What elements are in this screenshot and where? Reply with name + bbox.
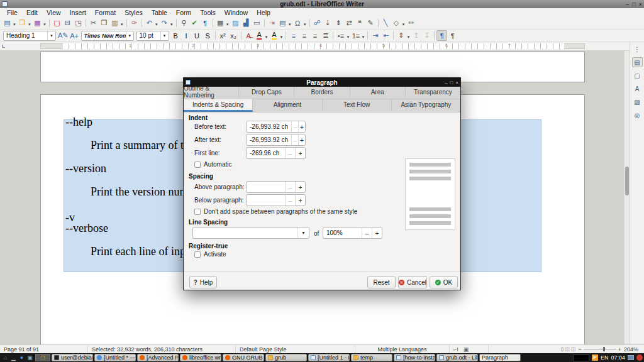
power-icon[interactable] [636, 354, 643, 361]
insert-table-icon[interactable]: ▦ [215, 18, 226, 28]
decrement-icon[interactable]: – [291, 121, 298, 132]
menu-item[interactable]: Format [91, 9, 120, 16]
dropdown-arrow-icon[interactable]: ▼ [361, 35, 365, 39]
menu-item[interactable]: File [3, 9, 22, 16]
ltr-icon[interactable]: ¶ [436, 30, 447, 41]
menu-item[interactable]: Help [252, 9, 275, 16]
menu-item[interactable]: Table [147, 9, 172, 16]
dialog-tab[interactable]: Borders [294, 87, 350, 99]
below-paragraph-spinbox[interactable]: – + [246, 194, 306, 206]
page-break-icon[interactable]: ⇥ [267, 18, 277, 28]
chevron-down-icon[interactable]: ▼ [126, 31, 133, 40]
insert-field-icon[interactable]: ▤ [277, 18, 288, 28]
menu-item[interactable]: View [42, 9, 65, 16]
keyboard-layout-indicator[interactable]: EN [601, 354, 609, 361]
clear-formatting-icon[interactable]: A̶ [243, 30, 254, 41]
sidebar-menu-icon[interactable]: ⋮ [632, 44, 643, 54]
new-document-icon[interactable]: ▤ [2, 18, 13, 28]
increment-icon[interactable]: + [298, 121, 305, 132]
dialog-tab[interactable]: Text Flow [323, 99, 392, 112]
automatic-checkbox[interactable]: Automatic [194, 161, 231, 168]
menu-item[interactable]: Window [220, 9, 252, 16]
bullets-icon[interactable]: •≡ [335, 30, 346, 41]
reset-button[interactable]: Reset [367, 276, 396, 288]
zoom-out-icon[interactable]: − [578, 346, 581, 353]
checkbox-box[interactable] [194, 251, 201, 258]
dropdown-arrow-icon[interactable]: ▼ [13, 23, 16, 26]
decrement-icon[interactable]: – [285, 195, 295, 206]
underline-icon[interactable]: U [192, 30, 203, 41]
dialog-tab[interactable]: Outline & Numbering [184, 87, 239, 99]
hyperlink-icon[interactable]: ☍ [312, 18, 323, 28]
single-page-view-icon[interactable]: ▯ [561, 346, 564, 352]
dialog-maximize-icon[interactable]: □ [450, 80, 453, 85]
zoom-in-icon[interactable]: + [618, 346, 621, 353]
font-color-icon[interactable]: A [254, 30, 265, 41]
new-style-icon[interactable]: A+ [69, 30, 80, 41]
paragraph-style-combo[interactable]: Heading 1 ▼ [3, 31, 56, 41]
copy-icon[interactable]: ❐ [99, 18, 109, 28]
dialog-tab[interactable]: Alignment [253, 99, 322, 112]
dropdown-arrow-icon[interactable]: ▼ [28, 23, 31, 26]
redo-icon[interactable]: ↷ [159, 18, 170, 28]
tab-stop-selector-icon[interactable]: L [2, 43, 5, 49]
insert-textbox-icon[interactable]: ▭ [252, 18, 262, 28]
strikethrough-icon[interactable]: S [203, 30, 213, 41]
cpu-monitor[interactable] [573, 354, 589, 361]
page-number-status[interactable]: Page 91 of 91 [0, 345, 88, 353]
highlight-color-icon[interactable]: A [269, 30, 280, 41]
navigator-icon[interactable]: ◎ [632, 110, 643, 120]
dialog-tab[interactable]: Asian Typography [392, 99, 460, 112]
dialog-tab[interactable]: Area [350, 87, 406, 99]
subscript-icon[interactable]: x₂ [228, 30, 239, 41]
insert-image-icon[interactable]: ▨ [230, 18, 241, 28]
dialog-tab[interactable]: Indents & Spacing [184, 99, 253, 112]
dropdown-arrow-icon[interactable]: ▼ [280, 35, 284, 39]
basic-shapes-icon[interactable]: ◇ [391, 18, 402, 28]
menu-item[interactable]: Styles [120, 9, 147, 16]
before-text-spinbox[interactable]: -26,993.92 ch – + [246, 121, 306, 133]
rtl-icon[interactable]: ¶ [447, 30, 458, 41]
book-view-icon[interactable]: ◫ [571, 346, 576, 352]
language-status[interactable]: Multiple Languages [355, 345, 450, 353]
scrollbar-thumb[interactable] [625, 167, 629, 195]
decrement-icon[interactable]: – [291, 134, 298, 145]
dropdown-arrow-icon[interactable]: ▼ [120, 23, 124, 26]
dropdown-arrow-icon[interactable]: ▼ [303, 23, 307, 26]
show-desktop-icon[interactable]: ▁ [9, 354, 18, 361]
menu-item[interactable]: Edit [22, 9, 42, 16]
font-size-combo[interactable]: 10 pt ▼ [136, 31, 169, 41]
zoom-slider-thumb[interactable] [603, 347, 605, 351]
page-style-status[interactable]: Default Page Style [236, 345, 355, 353]
dont-add-space-checkbox[interactable]: Don't add space between paragraphs of th… [194, 208, 357, 215]
comment-icon[interactable]: ❝ [355, 18, 365, 28]
save-icon[interactable]: ▦ [32, 18, 43, 28]
cancel-button[interactable]: ✕ Cancel [398, 276, 427, 288]
font-name-combo[interactable]: Times New Rom. ▼ [81, 31, 134, 41]
page-icon[interactable]: ▢ [632, 70, 643, 80]
taskbar-window-button[interactable]: libreoffice writ... [180, 354, 221, 361]
above-paragraph-spinbox[interactable]: – + [246, 181, 306, 193]
checkbox-box[interactable] [194, 209, 201, 215]
special-character-icon[interactable]: Ω [292, 18, 303, 28]
dropdown-arrow-icon[interactable]: ▼ [265, 35, 269, 39]
indent-decrease-icon[interactable]: ⇤ [380, 30, 391, 41]
align-right-icon[interactable]: ≡ [309, 30, 320, 41]
checkbox-box[interactable] [194, 162, 201, 168]
formatting-marks-icon[interactable]: ¶ [200, 18, 211, 28]
clone-formatting-icon[interactable]: ✑ [129, 18, 140, 28]
menu-item[interactable]: Insert [65, 9, 91, 16]
insert-chart-icon[interactable]: ▟ [241, 18, 252, 28]
zoom-percent[interactable]: 204% [624, 346, 644, 353]
file-manager-launcher[interactable]: ❒ [35, 354, 50, 361]
find-replace-icon[interactable]: ⚲ [179, 18, 189, 28]
after-text-spinbox[interactable]: -26,993.92 ch – + [246, 134, 306, 146]
export-pdf-icon[interactable]: ▢ [52, 18, 62, 28]
dropdown-arrow-icon[interactable]: ▼ [346, 35, 350, 39]
align-left-icon[interactable]: ≡ [288, 30, 299, 41]
vertical-scrollbar[interactable] [624, 51, 630, 344]
superscript-icon[interactable]: x² [218, 30, 228, 41]
move-down-icon[interactable]: ↧ [421, 30, 432, 41]
align-center-icon[interactable]: ≡ [299, 30, 309, 41]
display-settings-icon[interactable] [628, 355, 634, 360]
